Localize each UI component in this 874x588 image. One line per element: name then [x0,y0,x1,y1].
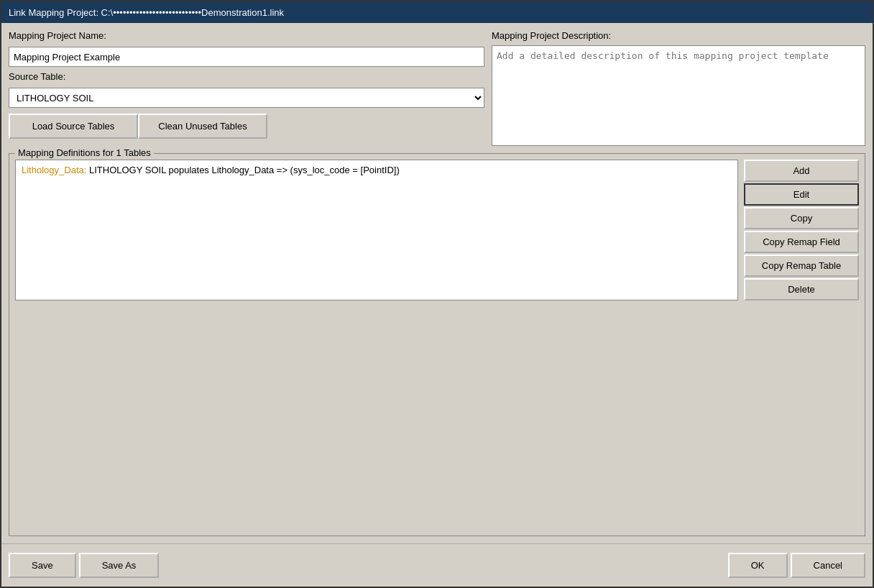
description-textarea[interactable] [492,45,865,146]
source-table-label: Source Table: [9,71,484,82]
description-label: Mapping Project Description: [492,30,865,41]
mapping-definitions-section: Mapping Definitions for 1 Tables Litholo… [9,153,865,536]
save-as-button[interactable]: Save As [79,553,160,578]
left-panel: Mapping Project Name: Source Table: LITH… [9,30,484,146]
save-button[interactable]: Save [9,553,76,578]
copy-button[interactable]: Copy [744,207,859,229]
title-bar-text: Link Mapping Project: C:\•••••••••••••••… [9,7,284,18]
list-item[interactable]: Lithology_Data: LITHOLOGY SOIL populates… [19,163,735,177]
mapping-inner: Lithology_Data: LITHOLOGY SOIL populates… [15,160,859,300]
copy-remap-field-button[interactable]: Copy Remap Field [744,231,859,253]
title-bar: Link Mapping Project: C:\•••••••••••••••… [1,1,873,23]
mapping-list[interactable]: Lithology_Data: LITHOLOGY SOIL populates… [15,160,738,300]
clean-unused-tables-button[interactable]: Clean Unused Tables [138,114,267,139]
top-section: Mapping Project Name: Source Table: LITH… [9,30,865,146]
list-item-text: LITHOLOGY SOIL populates Lithology_Data … [86,165,399,175]
cancel-button[interactable]: Cancel [791,553,865,578]
mapping-project-name-input[interactable] [9,47,484,67]
mapping-definitions-label: Mapping Definitions for 1 Tables [15,147,154,158]
footer: Save Save As OK Cancel [1,543,873,587]
add-button[interactable]: Add [744,160,859,182]
right-panel: Mapping Project Description: [492,30,865,146]
load-source-tables-button[interactable]: Load Source Tables [9,114,138,139]
ok-button[interactable]: OK [728,553,788,578]
list-item-prefix: Lithology_Data: [22,165,86,175]
source-table-select[interactable]: LITHOLOGY SOIL [9,88,484,108]
edit-button[interactable]: Edit [744,183,859,206]
delete-button[interactable]: Delete [744,278,859,300]
footer-right: OK Cancel [728,553,865,578]
footer-left: Save Save As [9,553,159,578]
mapping-project-name-label: Mapping Project Name: [9,30,484,41]
copy-remap-table-button[interactable]: Copy Remap Table [744,254,859,277]
mapping-buttons: Add Edit Copy Copy Remap Field Copy Rema… [744,160,859,300]
button-row: Load Source Tables Clean Unused Tables [9,114,484,139]
main-content: Mapping Project Name: Source Table: LITH… [1,23,873,543]
main-window: Link Mapping Project: C:\•••••••••••••••… [0,0,874,588]
